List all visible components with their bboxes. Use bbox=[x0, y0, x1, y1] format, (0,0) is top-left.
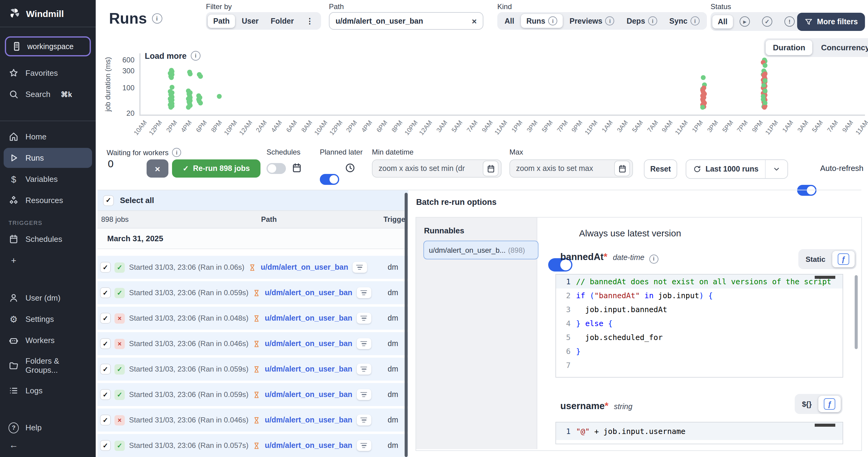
view-option-concurrency[interactable]: Concurrency bbox=[814, 40, 868, 55]
sidebar-item-workers[interactable]: Workers bbox=[0, 330, 96, 351]
scatter-point-success[interactable] bbox=[168, 105, 173, 109]
run-path-link[interactable]: u/dm/alert_on_user_ban bbox=[265, 314, 352, 322]
sidebar-item-search[interactable]: Search⌘k bbox=[0, 84, 96, 105]
clear-path-icon[interactable]: × bbox=[472, 16, 477, 26]
sidebar-item-logs[interactable]: Logs bbox=[0, 380, 96, 401]
kind-option-runs[interactable]: Runsi bbox=[521, 14, 563, 28]
run-path-link[interactable]: u/dm/alert_on_user_ban bbox=[265, 365, 352, 373]
refresh-runs-button[interactable]: Last 1000 runs bbox=[686, 165, 765, 173]
table-scrollbar[interactable] bbox=[405, 193, 408, 457]
refresh-options-dropdown[interactable] bbox=[766, 165, 787, 173]
row-checkbox[interactable]: ✓ bbox=[100, 339, 110, 348]
run-path-link[interactable]: u/dm/alert_on_user_ban bbox=[261, 263, 348, 272]
filter-by-path-button[interactable] bbox=[356, 338, 371, 349]
filter-by-option-user[interactable]: User bbox=[236, 14, 264, 28]
batch-panel-scrollbar[interactable] bbox=[855, 275, 858, 349]
min-datetime-input[interactable]: zoom x axis to set min (dr bbox=[372, 160, 501, 178]
info-icon[interactable]: i bbox=[649, 254, 658, 263]
load-more-button[interactable]: Load more i bbox=[145, 51, 200, 61]
play-icon bbox=[8, 153, 19, 163]
filter-by-path-button[interactable] bbox=[356, 415, 371, 426]
filter-by-path-button[interactable] bbox=[356, 313, 371, 324]
view-option-duration[interactable]: Duration bbox=[766, 40, 813, 55]
kind-option-sync[interactable]: Synci bbox=[664, 14, 705, 28]
filter-by-path-button[interactable] bbox=[352, 262, 367, 273]
sidebar-item-variables[interactable]: $Variables bbox=[0, 169, 96, 190]
filter-by-option-path[interactable]: Path bbox=[208, 14, 235, 28]
row-checkbox[interactable]: ✓ bbox=[100, 313, 110, 323]
sidebar-item-help[interactable]: ? Help bbox=[0, 417, 96, 438]
row-checkbox[interactable]: ✓ bbox=[100, 390, 110, 399]
filter-by-path-button[interactable] bbox=[356, 389, 371, 400]
scatter-point-success[interactable] bbox=[762, 83, 766, 88]
sidebar-item-resources[interactable]: Resources bbox=[0, 190, 96, 211]
runnable-item-selected[interactable]: u/dm/alert_on_user_b... (898) bbox=[424, 240, 538, 259]
app-logo[interactable]: Windmill bbox=[0, 0, 96, 27]
status-option-all[interactable]: All bbox=[712, 15, 733, 28]
filter-by-option-folder[interactable]: Folder bbox=[265, 14, 299, 28]
kind-option-all[interactable]: All bbox=[499, 14, 520, 28]
cancel-selection-button[interactable]: × bbox=[147, 160, 168, 178]
field-username-header: username* string bbox=[560, 401, 632, 411]
sidebar-item-home[interactable]: Home bbox=[0, 126, 96, 147]
sidebar-item-folders-groups-[interactable]: Folders & Groups... bbox=[0, 351, 96, 380]
row-checkbox[interactable]: ✓ bbox=[100, 288, 110, 297]
expr-mode-chip[interactable]: ƒ bbox=[832, 251, 855, 267]
scatter-point-success[interactable] bbox=[169, 75, 174, 80]
status-option-play-circle-icon[interactable]: ▸ bbox=[734, 14, 755, 29]
scatter-point-success[interactable] bbox=[188, 71, 193, 76]
sidebar-item-runs[interactable]: Runs bbox=[4, 148, 92, 168]
collapse-sidebar-button[interactable]: ← bbox=[0, 438, 96, 457]
scatter-point-success[interactable] bbox=[701, 75, 706, 80]
status-option-check-circle-icon[interactable]: ✓ bbox=[756, 14, 778, 29]
sidebar-item-label: Folders & Groups... bbox=[26, 356, 87, 375]
filter-more-options-icon[interactable]: ⋮ bbox=[301, 14, 319, 28]
auto-refresh-toggle[interactable] bbox=[797, 185, 816, 196]
sidebar-item-user-dm-[interactable]: User (dm) bbox=[0, 287, 96, 309]
max-datetime-input[interactable]: zoom x axis to set max bbox=[509, 160, 633, 178]
run-path-link[interactable]: u/dm/alert_on_user_ban bbox=[265, 416, 352, 424]
scatter-point-success[interactable] bbox=[198, 74, 203, 79]
calendar-picker-button[interactable] bbox=[614, 161, 630, 176]
static-mode-chip[interactable]: Static bbox=[800, 252, 831, 266]
scatter-point-success[interactable] bbox=[762, 63, 767, 67]
filter-by-path-button[interactable] bbox=[356, 287, 371, 298]
planned-later-toggle[interactable] bbox=[320, 174, 339, 185]
sidebar-item-plus[interactable]: + bbox=[0, 250, 96, 271]
more-filters-button[interactable]: More filters bbox=[797, 13, 865, 31]
run-path-link[interactable]: u/dm/alert_on_user_ban bbox=[265, 441, 352, 450]
sidebar-item-settings[interactable]: ⚙Settings bbox=[0, 309, 96, 330]
kind-option-deps[interactable]: Depsi bbox=[621, 14, 663, 28]
run-path-link[interactable]: u/dm/alert_on_user_ban bbox=[265, 390, 352, 399]
username-expression-editor[interactable]: 1"@" + job.input.username bbox=[555, 422, 843, 444]
scatter-point-success[interactable] bbox=[198, 100, 203, 105]
filter-by-path-button[interactable] bbox=[356, 364, 371, 375]
rerun-jobs-button[interactable]: ✓ Re-run 898 jobs bbox=[172, 160, 260, 178]
run-path-link[interactable]: u/dm/alert_on_user_ban bbox=[265, 288, 352, 297]
filter-by-path-button[interactable] bbox=[356, 440, 371, 451]
row-checkbox[interactable]: ✓ bbox=[100, 440, 110, 450]
kind-option-previews[interactable]: Previewsi bbox=[564, 14, 620, 28]
expr-mode-chip[interactable]: ƒ bbox=[818, 396, 841, 412]
info-icon[interactable]: i bbox=[152, 13, 162, 24]
row-checkbox[interactable]: ✓ bbox=[100, 262, 110, 272]
scatter-point-success[interactable] bbox=[763, 88, 768, 93]
scatter-point-success[interactable] bbox=[186, 105, 191, 109]
run-path-link[interactable]: u/dm/alert_on_user_ban bbox=[265, 339, 352, 348]
workspace-selector[interactable]: workingspace bbox=[5, 36, 91, 56]
select-all-checkbox[interactable]: ✓ bbox=[103, 196, 113, 205]
sidebar-item-schedules[interactable]: Schedules bbox=[0, 229, 96, 250]
scatter-point-success[interactable] bbox=[217, 94, 222, 98]
sidebar-item-favorites[interactable]: Favorites bbox=[0, 62, 96, 84]
code-token bbox=[640, 288, 645, 303]
static-mode-chip[interactable]: ${} bbox=[797, 397, 817, 411]
reset-button[interactable]: Reset bbox=[644, 160, 677, 179]
scatter-point-failure[interactable] bbox=[762, 105, 767, 110]
schedules-toggle[interactable] bbox=[267, 163, 286, 174]
path-filter-input[interactable]: u/dm/alert_on_user_ban × bbox=[329, 12, 484, 30]
scatter-point-success[interactable] bbox=[701, 105, 705, 110]
row-checkbox[interactable]: ✓ bbox=[100, 364, 110, 374]
calendar-picker-button[interactable] bbox=[483, 161, 498, 176]
bannedAt-expression-editor[interactable]: 1// bannedAt does not exist on all versi… bbox=[555, 274, 843, 378]
row-checkbox[interactable]: ✓ bbox=[100, 415, 110, 425]
